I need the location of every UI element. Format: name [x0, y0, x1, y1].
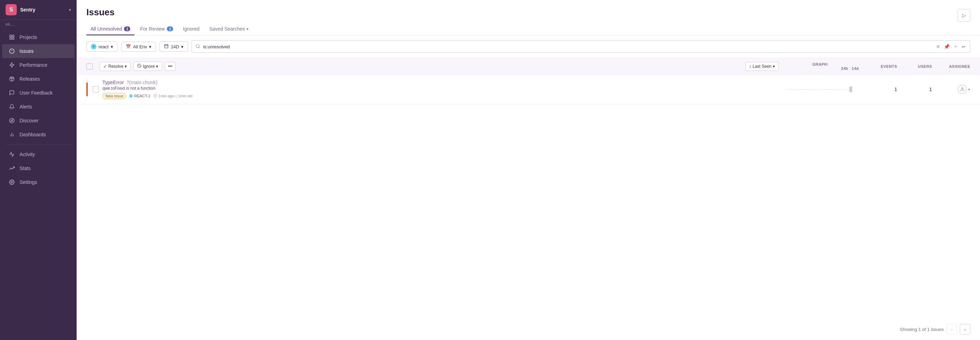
issue-graph	[782, 84, 859, 95]
issues-table: ✓ Resolve ▾ Ignore ▾ ••• ↕ Last Seen ▾	[76, 58, 980, 318]
pagination: Showing 1 of 1 issues ‹ ›	[76, 318, 980, 340]
search-add-button[interactable]: ＋	[953, 43, 959, 51]
sidebar-item-dashboards[interactable]: Dashboards	[2, 128, 75, 141]
tab-badge: 1	[167, 27, 173, 31]
issue-subtitle: qwe.toFixed is not a function	[102, 86, 779, 91]
svg-point-27	[961, 88, 963, 89]
svg-point-15	[11, 182, 13, 183]
env-filter-button[interactable]: 📅 All Env ▾	[121, 42, 156, 52]
org-row: Sentry ▾	[20, 7, 71, 13]
sidebar-item-label: Projects	[19, 35, 37, 40]
prev-page-button[interactable]: ‹	[947, 324, 957, 334]
tab-label: Saved Searches	[209, 26, 245, 32]
bar-chart-icon	[8, 131, 15, 138]
sort-label: Last Seen	[752, 64, 772, 69]
sidebar: S Sentry ▾ ek.... Projects Issues Perfor…	[0, 0, 76, 340]
chevron-down-icon: ▾	[181, 44, 183, 49]
sidebar-item-label: Dashboards	[19, 132, 46, 137]
select-all-checkbox[interactable]	[86, 63, 93, 70]
sidebar-item-user-feedback[interactable]: User Feedback	[2, 86, 75, 100]
sort-button[interactable]: ↕ Last Seen ▾	[745, 62, 779, 71]
sidebar-item-performance[interactable]: Performance	[2, 58, 75, 72]
row-checkbox[interactable]	[93, 86, 99, 92]
search-icon	[196, 44, 200, 50]
time-filter-button[interactable]: 14D ▾	[159, 41, 188, 52]
search-box: ✕ 📌 ＋ ⇌	[191, 40, 970, 53]
time-old: 1min old	[178, 94, 192, 98]
time-ago: 1min ago	[159, 94, 174, 98]
sidebar-item-activity[interactable]: Activity	[2, 147, 75, 161]
search-clear-button[interactable]: ✕	[935, 43, 941, 50]
bell-icon	[8, 103, 15, 110]
page-title: Issues	[86, 7, 115, 18]
package-icon	[8, 76, 15, 82]
next-page-button[interactable]: ›	[960, 324, 970, 334]
ignore-button[interactable]: Ignore ▾	[134, 62, 162, 71]
react-project-tag: REACT-1	[129, 94, 150, 98]
priority-bar	[86, 82, 88, 96]
calendar-icon	[164, 44, 169, 49]
svg-marker-11	[11, 120, 13, 122]
sidebar-item-settings[interactable]: Settings	[2, 175, 75, 189]
graph-sub-labels: 24h 14d	[782, 66, 859, 71]
sidebar-item-stats[interactable]: Stats	[2, 161, 75, 175]
header-checkbox	[86, 63, 96, 70]
search-pin-button[interactable]: 📌	[943, 43, 950, 50]
org-dropdown-icon[interactable]: ▾	[69, 8, 71, 12]
mini-graph	[788, 84, 854, 95]
tab-all-unresolved[interactable]: All Unresolved 1	[86, 23, 134, 35]
chevron-down-icon: ▾	[773, 64, 775, 69]
check-icon: ✓	[103, 64, 107, 69]
project-filter-label: react	[99, 44, 109, 49]
svg-rect-0	[10, 35, 11, 37]
compass-icon	[8, 117, 15, 124]
sidebar-item-projects[interactable]: Projects	[2, 30, 75, 44]
sidebar-item-label: Settings	[19, 179, 37, 185]
project-filter-button[interactable]: ⚛ react ▾	[86, 41, 118, 52]
resolve-button[interactable]: ✓ Resolve ▾	[100, 62, 130, 71]
header-actions: ✓ Resolve ▾ Ignore ▾ ••• ↕ Last Seen ▾	[100, 62, 779, 71]
issue-title-link[interactable]: TypeError ?(main.chunk)	[102, 80, 158, 85]
main-content: Issues ▷ All Unresolved 1 For Review 1 I…	[76, 0, 980, 340]
tab-label: All Unresolved	[91, 26, 122, 32]
assignee-dropdown-icon[interactable]: ▾	[968, 87, 970, 92]
sidebar-divider	[6, 144, 71, 145]
tab-saved-searches[interactable]: Saved Searches ▾	[205, 23, 253, 35]
resolve-label: Resolve	[108, 64, 123, 69]
tab-label: For Review	[140, 26, 165, 32]
tab-for-review[interactable]: For Review 1	[136, 23, 177, 35]
sidebar-item-discover[interactable]: Discover	[2, 114, 75, 128]
ignore-label: Ignore	[143, 64, 154, 69]
tab-label: Ignored	[183, 26, 199, 32]
assignee-avatar[interactable]	[958, 85, 967, 94]
svg-rect-1	[12, 35, 14, 37]
sidebar-header: S Sentry ▾	[0, 0, 76, 20]
svg-line-8	[11, 77, 13, 78]
chevron-down-icon: ▾	[125, 64, 127, 69]
more-actions-button[interactable]: •••	[165, 62, 175, 71]
sidebar-item-alerts[interactable]: Alerts	[2, 100, 75, 114]
issue-error-type: TypeError	[102, 80, 124, 85]
env-filter-label: All Env	[133, 44, 147, 49]
sidebar-item-label: Issues	[19, 48, 33, 54]
tab-ignored[interactable]: Ignored	[179, 23, 204, 35]
react-icon: ⚛	[91, 44, 97, 49]
sort-icon: ↕	[749, 64, 751, 69]
chevron-down-icon: ▾	[247, 27, 249, 31]
react-dot-icon	[129, 94, 133, 98]
events-header: EVENTS	[862, 64, 897, 68]
trending-up-icon	[8, 165, 15, 172]
chevron-down-icon: ▾	[156, 64, 158, 69]
toolbar: ⚛ react ▾ 📅 All Env ▾ 14D ▾ ✕ 📌 ＋	[76, 35, 980, 58]
svg-line-21	[199, 47, 200, 48]
issue-content: TypeError ?(main.chunk) qwe.toFixed is n…	[102, 80, 779, 99]
sidebar-item-issues[interactable]: Issues	[2, 44, 75, 58]
stream-button[interactable]: ▷	[958, 9, 970, 22]
graph-14d-label: 14d	[852, 66, 859, 71]
sidebar-item-releases[interactable]: Releases	[2, 72, 75, 86]
search-options-button[interactable]: ⇌	[961, 43, 966, 50]
chevron-down-icon: ▾	[149, 44, 151, 49]
search-input[interactable]	[203, 44, 933, 49]
time-separator: |	[175, 94, 177, 98]
issue-meta: New Issue REACT-1 1min ago | 1min old	[102, 93, 779, 99]
